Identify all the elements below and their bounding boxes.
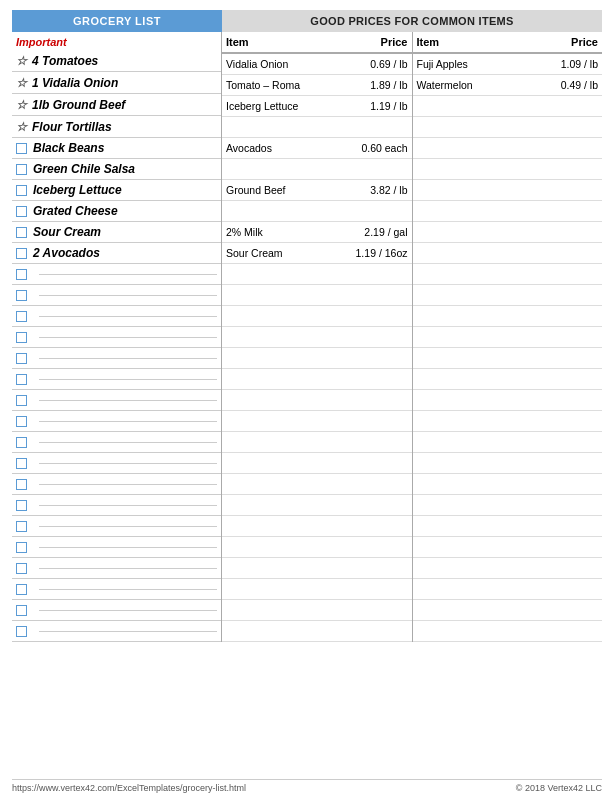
price-left-empty-row <box>222 369 412 390</box>
empty-rows <box>12 264 221 642</box>
empty-checkbox[interactable] <box>16 269 27 280</box>
price-left-price-0: 0.69 / lb <box>347 56 412 72</box>
empty-checkbox[interactable] <box>16 374 27 385</box>
price-left-item-8: 2% Milk <box>222 224 347 240</box>
price-right-price-5 <box>537 167 602 171</box>
prices-right-item-header: Item <box>413 32 538 52</box>
empty-checkbox[interactable] <box>16 563 27 574</box>
main-content: Important ☆ 4 Tomatoes ☆ 1 Vidalia Onion… <box>12 32 602 642</box>
empty-check-row[interactable] <box>12 306 221 327</box>
price-left-item-6: Ground Beef <box>222 182 347 198</box>
empty-check-row[interactable] <box>12 558 221 579</box>
star-item-2: ☆ 1lb Ground Beef <box>12 94 221 116</box>
empty-checkbox[interactable] <box>16 479 27 490</box>
empty-checkbox[interactable] <box>16 542 27 553</box>
price-right-empty-row <box>413 411 603 432</box>
prices-section-left: Item Price Vidalia Onion0.69 / lbTomato … <box>222 32 413 642</box>
price-left-item-3 <box>222 125 347 129</box>
star-item-label-3: Flour Tortillas <box>32 120 112 134</box>
check-item-3[interactable]: Grated Cheese <box>12 201 221 222</box>
check-item-2[interactable]: Iceberg Lettuce <box>12 180 221 201</box>
empty-check-row[interactable] <box>12 327 221 348</box>
price-right-item-2 <box>413 104 538 108</box>
price-right-empty-row <box>413 327 603 348</box>
price-left-row-6: Ground Beef3.82 / lb <box>222 180 412 201</box>
empty-check-row[interactable] <box>12 390 221 411</box>
price-left-empty-row <box>222 327 412 348</box>
price-left-item-0: Vidalia Onion <box>222 56 347 72</box>
empty-check-row[interactable] <box>12 621 221 642</box>
footer: https://www.vertex42.com/ExcelTemplates/… <box>12 779 602 793</box>
price-right-price-0: 1.09 / lb <box>537 56 602 72</box>
empty-check-row[interactable] <box>12 516 221 537</box>
empty-checkbox[interactable] <box>16 626 27 637</box>
empty-check-row[interactable] <box>12 348 221 369</box>
empty-check-row[interactable] <box>12 264 221 285</box>
empty-check-row[interactable] <box>12 411 221 432</box>
check-item-1[interactable]: Green Chile Salsa <box>12 159 221 180</box>
star-item-0: ☆ 4 Tomatoes <box>12 50 221 72</box>
empty-check-row[interactable] <box>12 285 221 306</box>
empty-checkbox[interactable] <box>16 458 27 469</box>
check-item-4[interactable]: Sour Cream <box>12 222 221 243</box>
empty-checkbox[interactable] <box>16 290 27 301</box>
price-left-empty-row <box>222 411 412 432</box>
star-item-3: ☆ Flour Tortillas <box>12 116 221 138</box>
checkbox-5[interactable] <box>16 248 27 259</box>
checkbox-0[interactable] <box>16 143 27 154</box>
price-right-row-9 <box>413 243 603 264</box>
empty-check-row[interactable] <box>12 369 221 390</box>
checkbox-4[interactable] <box>16 227 27 238</box>
check-item-label-1: Green Chile Salsa <box>33 162 135 176</box>
price-right-empty-row <box>413 495 603 516</box>
empty-checkbox[interactable] <box>16 521 27 532</box>
price-left-row-2: Iceberg Lettuce1.19 / lb <box>222 96 412 117</box>
prices-right-price-header: Price <box>537 32 602 52</box>
empty-checkbox[interactable] <box>16 332 27 343</box>
empty-checkbox[interactable] <box>16 584 27 595</box>
price-left-item-4: Avocados <box>222 140 347 156</box>
star-icon-2: ☆ <box>16 98 27 112</box>
empty-checkbox[interactable] <box>16 353 27 364</box>
empty-check-row[interactable] <box>12 453 221 474</box>
empty-check-row[interactable] <box>12 579 221 600</box>
empty-checkbox[interactable] <box>16 311 27 322</box>
price-right-empty-row <box>413 621 603 642</box>
important-label: Important <box>12 32 221 50</box>
footer-copyright: © 2018 Vertex42 LLC <box>516 783 602 793</box>
price-right-empty-row <box>413 474 603 495</box>
prices-left-rows: Vidalia Onion0.69 / lbTomato – Roma1.89 … <box>222 54 412 642</box>
empty-checkbox[interactable] <box>16 416 27 427</box>
price-right-price-6 <box>537 188 602 192</box>
empty-checkbox[interactable] <box>16 605 27 616</box>
empty-checkbox[interactable] <box>16 395 27 406</box>
empty-check-row[interactable] <box>12 537 221 558</box>
prices-left-item-header: Item <box>222 32 347 52</box>
price-left-row-0: Vidalia Onion0.69 / lb <box>222 54 412 75</box>
empty-check-row[interactable] <box>12 600 221 621</box>
price-right-empty-row <box>413 432 603 453</box>
empty-check-row[interactable] <box>12 495 221 516</box>
checkbox-3[interactable] <box>16 206 27 217</box>
price-left-empty-row <box>222 495 412 516</box>
empty-check-row[interactable] <box>12 474 221 495</box>
price-left-price-1: 1.89 / lb <box>347 77 412 93</box>
empty-checkbox[interactable] <box>16 437 27 448</box>
prices-left-header: Item Price <box>222 32 412 54</box>
price-left-row-4: Avocados0.60 each <box>222 138 412 159</box>
price-right-price-1: 0.49 / lb <box>537 77 602 93</box>
check-item-5[interactable]: 2 Avocados <box>12 243 221 264</box>
checkbox-1[interactable] <box>16 164 27 175</box>
grocery-column: Important ☆ 4 Tomatoes ☆ 1 Vidalia Onion… <box>12 32 222 642</box>
empty-check-row[interactable] <box>12 432 221 453</box>
empty-checkbox[interactable] <box>16 500 27 511</box>
price-left-empty-row <box>222 264 412 285</box>
check-item-0[interactable]: Black Beans <box>12 138 221 159</box>
price-right-item-6 <box>413 188 538 192</box>
prices-section-right: Item Price Fuji Apples1.09 / lbWatermelo… <box>413 32 603 642</box>
price-left-empty-row <box>222 558 412 579</box>
price-left-item-2: Iceberg Lettuce <box>222 98 347 114</box>
checkbox-2[interactable] <box>16 185 27 196</box>
price-right-empty-row <box>413 390 603 411</box>
prices-left-price-header: Price <box>347 32 412 52</box>
